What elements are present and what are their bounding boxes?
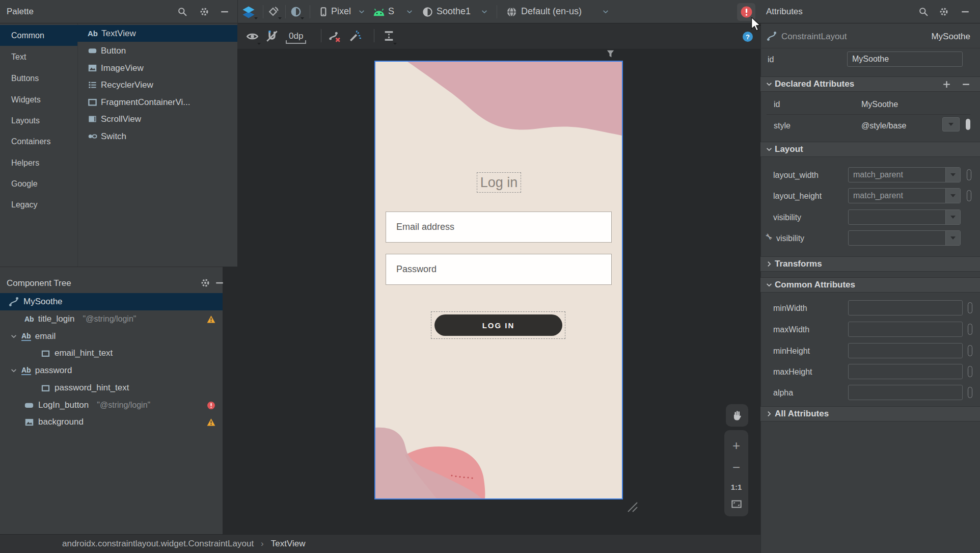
- minimize-icon[interactable]: [215, 278, 224, 287]
- chevron-down-icon[interactable]: [10, 367, 17, 374]
- palette-category-text[interactable]: Text: [0, 46, 77, 67]
- palette-item-scrollview[interactable]: ScrollView: [77, 111, 237, 127]
- dropdown-caret-icon: [278, 17, 282, 19]
- chevron-down-icon: [481, 8, 488, 15]
- palette-category-layouts[interactable]: Layouts: [0, 110, 77, 131]
- visibility-combo[interactable]: [848, 209, 961, 225]
- gear-icon[interactable]: [200, 7, 209, 16]
- tools-attribute-pill[interactable]: [967, 190, 971, 201]
- zoom-actual-button[interactable]: 1:1: [731, 483, 742, 491]
- password-field[interactable]: Password: [386, 254, 612, 285]
- minimize-icon[interactable]: [961, 7, 970, 16]
- tree-item-email-hint-text[interactable]: email_hint_text: [0, 345, 223, 362]
- canvas-resize-handle[interactable]: [625, 499, 638, 513]
- tree-item-background[interactable]: background: [0, 413, 223, 431]
- id-input[interactable]: MySoothe: [847, 51, 963, 67]
- warning-icon[interactable]: [207, 315, 215, 324]
- infer-constraints-icon[interactable]: [348, 30, 362, 43]
- breadcrumb-current[interactable]: TextView: [271, 539, 306, 549]
- minwidth-input[interactable]: [848, 300, 963, 315]
- zoom-to-fit-icon[interactable]: [731, 500, 742, 508]
- palette-item-fragmentcontainerview[interactable]: FragmentContainerVi...: [77, 94, 237, 111]
- tools-attribute-pill[interactable]: [968, 345, 972, 356]
- design-surface-icon[interactable]: [242, 6, 255, 19]
- tools-attribute-pill[interactable]: [968, 387, 972, 398]
- tools-attribute-pill[interactable]: [968, 366, 972, 377]
- pack-align-icon[interactable]: [383, 30, 395, 42]
- maxwidth-input[interactable]: [848, 322, 963, 337]
- error-icon[interactable]: [207, 401, 215, 410]
- declared-id-value[interactable]: MySoothe: [861, 100, 898, 109]
- view-options-eye-icon[interactable]: [246, 30, 259, 43]
- tree-item-mysoothe[interactable]: MySoothe: [0, 293, 223, 310]
- login-title[interactable]: Log in: [477, 172, 521, 193]
- orientation-icon[interactable]: [267, 6, 279, 18]
- attributes-title: Attributes: [766, 7, 803, 17]
- tools-attribute-pill[interactable]: [966, 119, 970, 130]
- palette-category-common[interactable]: Common: [0, 25, 77, 46]
- constraint-icon: [8, 296, 19, 307]
- email-field[interactable]: Email address: [386, 212, 612, 243]
- tools-attribute-pill[interactable]: [967, 169, 971, 180]
- palette-item-button[interactable]: Button: [77, 42, 237, 59]
- tree-item-email[interactable]: Ab email: [0, 328, 223, 345]
- section-layout[interactable]: Layout: [760, 142, 980, 157]
- help-icon[interactable]: ?: [743, 32, 753, 42]
- palette-category-widgets[interactable]: Widgets: [0, 89, 77, 110]
- alpha-input[interactable]: [848, 385, 963, 400]
- api-selector[interactable]: S: [388, 6, 394, 17]
- gear-icon[interactable]: [939, 7, 948, 16]
- remove-attribute-icon[interactable]: [962, 80, 970, 89]
- chevron-down-icon[interactable]: [10, 333, 17, 340]
- autoconnect-off-icon[interactable]: [265, 30, 279, 43]
- section-transforms[interactable]: Transforms: [760, 256, 980, 272]
- palette-item-textview[interactable]: Ab TextView: [77, 25, 237, 42]
- layout-height-combo[interactable]: match_parent: [848, 188, 961, 203]
- palette-category-legacy[interactable]: Legacy: [0, 194, 77, 215]
- minheight-input[interactable]: [848, 343, 963, 358]
- night-mode-icon[interactable]: [290, 6, 302, 17]
- tree-item-title-login[interactable]: Ab title_login "@string/login": [0, 310, 223, 328]
- theme-selector[interactable]: Soothe1: [437, 6, 471, 17]
- android-studio-layout-editor: Palette Pixel S Soothe1 Default (en-us) …: [0, 0, 980, 553]
- locale-selector[interactable]: Default (en-us): [521, 6, 582, 17]
- tools-attribute-pill[interactable]: [968, 324, 972, 335]
- tools-attribute-pill[interactable]: [968, 302, 972, 313]
- default-margin-selector[interactable]: 0dp: [286, 31, 306, 44]
- add-attribute-icon[interactable]: [942, 80, 951, 89]
- palette-category-helpers[interactable]: Helpers: [0, 152, 77, 173]
- pan-button[interactable]: [726, 404, 748, 427]
- zoom-in-button[interactable]: +: [732, 439, 740, 452]
- search-icon[interactable]: [919, 7, 928, 16]
- canvas-toolbar: [237, 23, 760, 49]
- tree-item-password-hint-text[interactable]: password_hint_text: [0, 379, 223, 397]
- zoom-out-button[interactable]: −: [732, 461, 740, 474]
- layout-width-combo[interactable]: match_parent: [848, 167, 961, 182]
- design-preview-screen[interactable]: Log in Email address Password LOG IN: [375, 62, 622, 498]
- section-all-attributes[interactable]: All Attributes: [760, 406, 980, 422]
- filter-funnel-icon[interactable]: [606, 49, 615, 58]
- palette-item-imageview[interactable]: ImageView: [77, 60, 237, 76]
- palette-category-buttons[interactable]: Buttons: [0, 68, 77, 89]
- maxheight-input[interactable]: [848, 364, 963, 379]
- breadcrumb-parent[interactable]: androidx.constraintlayout.widget.Constra…: [62, 539, 254, 549]
- palette-category-containers[interactable]: Containers: [0, 131, 77, 152]
- palette-item-recyclerview[interactable]: RecyclerView: [77, 76, 237, 93]
- tools-visibility-combo[interactable]: [848, 230, 961, 246]
- warning-icon[interactable]: [207, 418, 215, 427]
- minimize-icon[interactable]: [220, 7, 229, 16]
- clear-constraints-icon[interactable]: [328, 30, 341, 43]
- dropdown-caret-icon: [254, 17, 258, 19]
- declared-style-value[interactable]: @style/base: [861, 121, 906, 130]
- section-common-attributes[interactable]: Common Attributes: [760, 277, 980, 293]
- tree-item-login-button[interactable]: LogIn_button "@string/login": [0, 397, 223, 414]
- device-selector[interactable]: Pixel: [331, 6, 351, 17]
- style-dropdown-button[interactable]: [942, 117, 960, 131]
- mouse-cursor: [751, 17, 761, 33]
- palette-category-google[interactable]: Google: [0, 173, 77, 194]
- login-button[interactable]: LOG IN: [434, 314, 562, 336]
- gear-icon[interactable]: [201, 278, 210, 287]
- search-icon[interactable]: [178, 7, 187, 16]
- tree-item-password[interactable]: Ab password: [0, 362, 223, 379]
- palette-item-switch[interactable]: Switch: [77, 128, 237, 145]
